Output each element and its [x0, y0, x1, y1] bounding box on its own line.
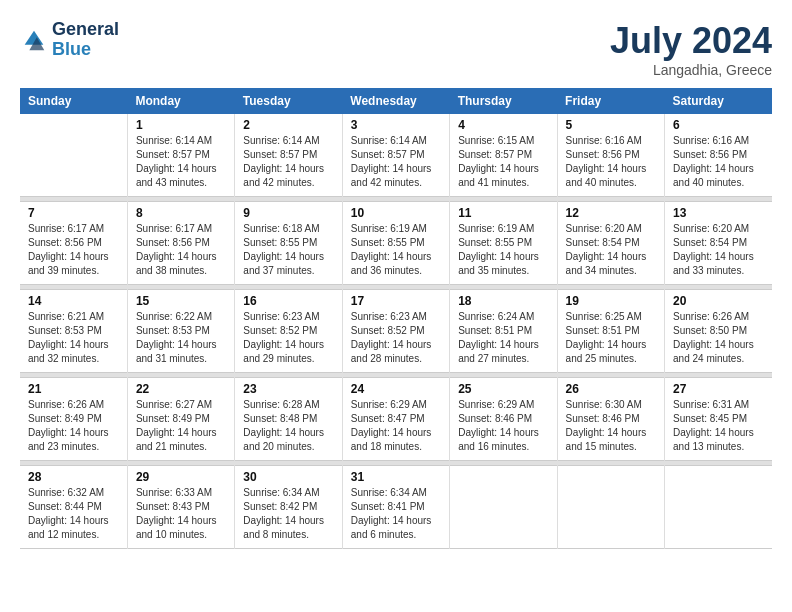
- day-info: Sunrise: 6:20 AMSunset: 8:54 PMDaylight:…: [673, 222, 764, 278]
- day-info: Sunrise: 6:23 AMSunset: 8:52 PMDaylight:…: [243, 310, 333, 366]
- day-cell: [557, 466, 664, 549]
- day-number: 2: [243, 118, 333, 132]
- day-cell: 12Sunrise: 6:20 AMSunset: 8:54 PMDayligh…: [557, 202, 664, 285]
- day-info: Sunrise: 6:32 AMSunset: 8:44 PMDaylight:…: [28, 486, 119, 542]
- day-number: 10: [351, 206, 441, 220]
- day-number: 23: [243, 382, 333, 396]
- header-tuesday: Tuesday: [235, 88, 342, 114]
- day-info: Sunrise: 6:34 AMSunset: 8:42 PMDaylight:…: [243, 486, 333, 542]
- day-info: Sunrise: 6:21 AMSunset: 8:53 PMDaylight:…: [28, 310, 119, 366]
- day-number: 29: [136, 470, 226, 484]
- day-number: 9: [243, 206, 333, 220]
- location: Langadhia, Greece: [610, 62, 772, 78]
- day-cell: 28Sunrise: 6:32 AMSunset: 8:44 PMDayligh…: [20, 466, 127, 549]
- week-row-2: 7Sunrise: 6:17 AMSunset: 8:56 PMDaylight…: [20, 202, 772, 285]
- day-cell: 1Sunrise: 6:14 AMSunset: 8:57 PMDaylight…: [127, 114, 234, 197]
- day-number: 14: [28, 294, 119, 308]
- header-row: Sunday Monday Tuesday Wednesday Thursday…: [20, 88, 772, 114]
- day-cell: 4Sunrise: 6:15 AMSunset: 8:57 PMDaylight…: [450, 114, 557, 197]
- day-number: 16: [243, 294, 333, 308]
- header-sunday: Sunday: [20, 88, 127, 114]
- day-info: Sunrise: 6:14 AMSunset: 8:57 PMDaylight:…: [243, 134, 333, 190]
- calendar-header: Sunday Monday Tuesday Wednesday Thursday…: [20, 88, 772, 114]
- day-number: 28: [28, 470, 119, 484]
- day-info: Sunrise: 6:31 AMSunset: 8:45 PMDaylight:…: [673, 398, 764, 454]
- day-info: Sunrise: 6:16 AMSunset: 8:56 PMDaylight:…: [673, 134, 764, 190]
- day-info: Sunrise: 6:19 AMSunset: 8:55 PMDaylight:…: [351, 222, 441, 278]
- logo-icon: [20, 26, 48, 54]
- calendar-body: 1Sunrise: 6:14 AMSunset: 8:57 PMDaylight…: [20, 114, 772, 549]
- day-number: 19: [566, 294, 656, 308]
- day-info: Sunrise: 6:27 AMSunset: 8:49 PMDaylight:…: [136, 398, 226, 454]
- day-cell: 10Sunrise: 6:19 AMSunset: 8:55 PMDayligh…: [342, 202, 449, 285]
- title-block: July 2024 Langadhia, Greece: [610, 20, 772, 78]
- day-number: 27: [673, 382, 764, 396]
- day-info: Sunrise: 6:25 AMSunset: 8:51 PMDaylight:…: [566, 310, 656, 366]
- day-info: Sunrise: 6:29 AMSunset: 8:47 PMDaylight:…: [351, 398, 441, 454]
- day-info: Sunrise: 6:17 AMSunset: 8:56 PMDaylight:…: [136, 222, 226, 278]
- week-row-5: 28Sunrise: 6:32 AMSunset: 8:44 PMDayligh…: [20, 466, 772, 549]
- day-number: 25: [458, 382, 548, 396]
- day-number: 8: [136, 206, 226, 220]
- logo-text: General Blue: [52, 20, 119, 60]
- day-cell: 8Sunrise: 6:17 AMSunset: 8:56 PMDaylight…: [127, 202, 234, 285]
- day-number: 20: [673, 294, 764, 308]
- day-info: Sunrise: 6:29 AMSunset: 8:46 PMDaylight:…: [458, 398, 548, 454]
- day-cell: [665, 466, 772, 549]
- month-title: July 2024: [610, 20, 772, 62]
- day-cell: 31Sunrise: 6:34 AMSunset: 8:41 PMDayligh…: [342, 466, 449, 549]
- day-number: 11: [458, 206, 548, 220]
- day-cell: 25Sunrise: 6:29 AMSunset: 8:46 PMDayligh…: [450, 378, 557, 461]
- day-number: 3: [351, 118, 441, 132]
- day-cell: 27Sunrise: 6:31 AMSunset: 8:45 PMDayligh…: [665, 378, 772, 461]
- day-number: 7: [28, 206, 119, 220]
- day-info: Sunrise: 6:14 AMSunset: 8:57 PMDaylight:…: [351, 134, 441, 190]
- day-cell: 11Sunrise: 6:19 AMSunset: 8:55 PMDayligh…: [450, 202, 557, 285]
- day-cell: 30Sunrise: 6:34 AMSunset: 8:42 PMDayligh…: [235, 466, 342, 549]
- day-info: Sunrise: 6:20 AMSunset: 8:54 PMDaylight:…: [566, 222, 656, 278]
- day-cell: 26Sunrise: 6:30 AMSunset: 8:46 PMDayligh…: [557, 378, 664, 461]
- day-info: Sunrise: 6:23 AMSunset: 8:52 PMDaylight:…: [351, 310, 441, 366]
- week-row-3: 14Sunrise: 6:21 AMSunset: 8:53 PMDayligh…: [20, 290, 772, 373]
- day-info: Sunrise: 6:26 AMSunset: 8:50 PMDaylight:…: [673, 310, 764, 366]
- day-info: Sunrise: 6:15 AMSunset: 8:57 PMDaylight:…: [458, 134, 548, 190]
- header-wednesday: Wednesday: [342, 88, 449, 114]
- day-cell: 17Sunrise: 6:23 AMSunset: 8:52 PMDayligh…: [342, 290, 449, 373]
- day-number: 22: [136, 382, 226, 396]
- week-row-4: 21Sunrise: 6:26 AMSunset: 8:49 PMDayligh…: [20, 378, 772, 461]
- day-number: 15: [136, 294, 226, 308]
- day-cell: 6Sunrise: 6:16 AMSunset: 8:56 PMDaylight…: [665, 114, 772, 197]
- header-friday: Friday: [557, 88, 664, 114]
- day-number: 31: [351, 470, 441, 484]
- day-info: Sunrise: 6:33 AMSunset: 8:43 PMDaylight:…: [136, 486, 226, 542]
- day-info: Sunrise: 6:34 AMSunset: 8:41 PMDaylight:…: [351, 486, 441, 542]
- day-cell: 3Sunrise: 6:14 AMSunset: 8:57 PMDaylight…: [342, 114, 449, 197]
- day-info: Sunrise: 6:24 AMSunset: 8:51 PMDaylight:…: [458, 310, 548, 366]
- header-monday: Monday: [127, 88, 234, 114]
- day-info: Sunrise: 6:26 AMSunset: 8:49 PMDaylight:…: [28, 398, 119, 454]
- day-info: Sunrise: 6:16 AMSunset: 8:56 PMDaylight:…: [566, 134, 656, 190]
- day-cell: 15Sunrise: 6:22 AMSunset: 8:53 PMDayligh…: [127, 290, 234, 373]
- day-cell: 13Sunrise: 6:20 AMSunset: 8:54 PMDayligh…: [665, 202, 772, 285]
- day-cell: 18Sunrise: 6:24 AMSunset: 8:51 PMDayligh…: [450, 290, 557, 373]
- day-cell: 9Sunrise: 6:18 AMSunset: 8:55 PMDaylight…: [235, 202, 342, 285]
- day-number: 18: [458, 294, 548, 308]
- day-cell: [450, 466, 557, 549]
- day-cell: [20, 114, 127, 197]
- day-cell: 7Sunrise: 6:17 AMSunset: 8:56 PMDaylight…: [20, 202, 127, 285]
- day-cell: 22Sunrise: 6:27 AMSunset: 8:49 PMDayligh…: [127, 378, 234, 461]
- day-number: 1: [136, 118, 226, 132]
- day-cell: 20Sunrise: 6:26 AMSunset: 8:50 PMDayligh…: [665, 290, 772, 373]
- day-info: Sunrise: 6:18 AMSunset: 8:55 PMDaylight:…: [243, 222, 333, 278]
- day-info: Sunrise: 6:22 AMSunset: 8:53 PMDaylight:…: [136, 310, 226, 366]
- day-cell: 2Sunrise: 6:14 AMSunset: 8:57 PMDaylight…: [235, 114, 342, 197]
- day-number: 17: [351, 294, 441, 308]
- day-number: 12: [566, 206, 656, 220]
- day-cell: 16Sunrise: 6:23 AMSunset: 8:52 PMDayligh…: [235, 290, 342, 373]
- day-info: Sunrise: 6:14 AMSunset: 8:57 PMDaylight:…: [136, 134, 226, 190]
- day-number: 21: [28, 382, 119, 396]
- day-cell: 24Sunrise: 6:29 AMSunset: 8:47 PMDayligh…: [342, 378, 449, 461]
- header-thursday: Thursday: [450, 88, 557, 114]
- day-number: 26: [566, 382, 656, 396]
- day-cell: 21Sunrise: 6:26 AMSunset: 8:49 PMDayligh…: [20, 378, 127, 461]
